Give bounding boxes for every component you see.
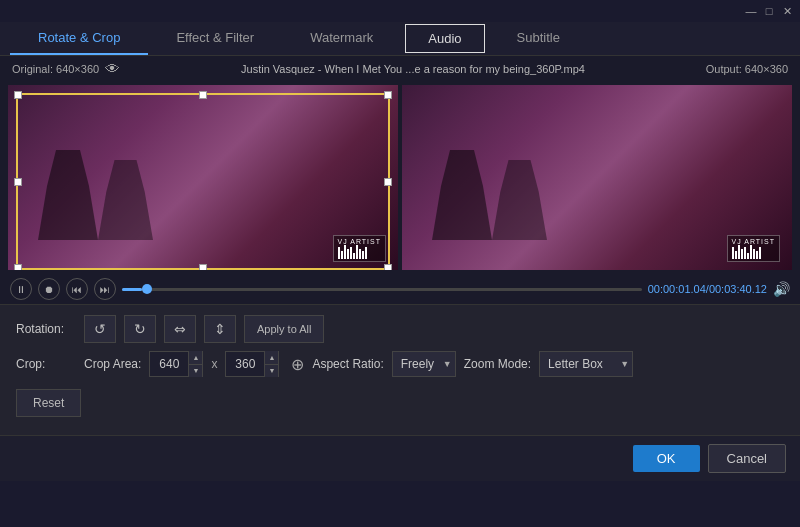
tabs-bar: Rotate & Crop Effect & Filter Watermark … bbox=[0, 22, 800, 56]
height-arrows: ▲ ▼ bbox=[264, 351, 278, 377]
volume-icon[interactable]: 🔊 bbox=[773, 281, 790, 297]
rotate-ccw-button[interactable]: ↺ bbox=[84, 315, 116, 343]
timeline-track[interactable] bbox=[122, 288, 642, 291]
reset-button[interactable]: Reset bbox=[16, 389, 81, 417]
crop-label: Crop: bbox=[16, 357, 76, 371]
width-arrows: ▲ ▼ bbox=[188, 351, 202, 377]
height-down-arrow[interactable]: ▼ bbox=[264, 365, 278, 378]
next-frame-button[interactable]: ⏭ bbox=[94, 278, 116, 300]
crop-row: Crop: Crop Area: ▲ ▼ x ▲ ▼ ⊕ Aspect Rati… bbox=[16, 351, 784, 377]
crop-handle-mr[interactable] bbox=[384, 178, 392, 186]
crop-handle-tc[interactable] bbox=[199, 91, 207, 99]
apply-all-button[interactable]: Apply to All bbox=[244, 315, 324, 343]
crop-handle-bl[interactable] bbox=[14, 264, 22, 270]
x-separator: x bbox=[211, 357, 217, 371]
aspect-ratio-select-wrap: Freely 16:9 4:3 1:1 9:16 ▼ bbox=[392, 351, 456, 377]
video-panel-left: VJ ARTIST bbox=[8, 85, 398, 270]
tab-watermark[interactable]: Watermark bbox=[282, 22, 401, 55]
playback-bar: ⏸ ⏺ ⏮ ⏭ 00:00:01.04/00:03:40.12 🔊 bbox=[0, 274, 800, 304]
ok-button[interactable]: OK bbox=[633, 445, 700, 472]
timeline-thumb[interactable] bbox=[142, 284, 152, 294]
original-label: Original: 640×360 bbox=[12, 63, 99, 75]
aspect-ratio-label: Aspect Ratio: bbox=[312, 357, 383, 371]
crop-height-input[interactable] bbox=[226, 352, 264, 376]
timeline-progress bbox=[122, 288, 142, 291]
rotation-label: Rotation: bbox=[16, 322, 76, 336]
video-thumb-right: VJ ARTIST bbox=[402, 85, 792, 270]
flip-h-button[interactable]: ⇔ bbox=[164, 315, 196, 343]
crop-handle-ml[interactable] bbox=[14, 178, 22, 186]
prev-frame-button[interactable]: ⏮ bbox=[66, 278, 88, 300]
crop-link-icon[interactable]: ⊕ bbox=[291, 355, 304, 374]
minimize-button[interactable]: — bbox=[744, 4, 758, 18]
rotation-row: Rotation: ↺ ↻ ⇔ ⇕ Apply to All bbox=[16, 315, 784, 343]
bottom-bar: OK Cancel bbox=[0, 435, 800, 481]
time-display: 00:00:01.04/00:03:40.12 bbox=[648, 283, 767, 295]
reset-row: Reset bbox=[16, 385, 784, 417]
current-time: 00:00:01.04 bbox=[648, 283, 706, 295]
info-left: Original: 640×360 👁 bbox=[12, 60, 120, 77]
video-panel-right: VJ ARTIST bbox=[402, 85, 792, 270]
crop-handle-tr[interactable] bbox=[384, 91, 392, 99]
height-up-arrow[interactable]: ▲ bbox=[264, 351, 278, 365]
tab-audio[interactable]: Audio bbox=[405, 24, 484, 53]
barcode-left: VJ ARTIST bbox=[333, 235, 387, 262]
title-bar: — □ ✕ bbox=[0, 0, 800, 22]
stop-button[interactable]: ⏺ bbox=[38, 278, 60, 300]
cancel-button[interactable]: Cancel bbox=[708, 444, 786, 473]
height-input-wrap: ▲ ▼ bbox=[225, 351, 279, 377]
width-input-wrap: ▲ ▼ bbox=[149, 351, 203, 377]
crop-width-input[interactable] bbox=[150, 352, 188, 376]
tab-rotate-crop[interactable]: Rotate & Crop bbox=[10, 22, 148, 55]
zoom-mode-select-wrap: Letter Box Pan & Scan Full ▼ bbox=[539, 351, 633, 377]
barcode-right: VJ ARTIST bbox=[727, 235, 781, 262]
zoom-mode-label: Zoom Mode: bbox=[464, 357, 531, 371]
crop-handle-bc[interactable] bbox=[199, 264, 207, 270]
crop-area-label: Crop Area: bbox=[84, 357, 141, 371]
zoom-mode-select[interactable]: Letter Box Pan & Scan Full bbox=[539, 351, 633, 377]
width-down-arrow[interactable]: ▼ bbox=[188, 365, 202, 378]
tab-subtitle[interactable]: Subtitle bbox=[489, 22, 588, 55]
info-bar: Original: 640×360 👁 Justin Vasquez - Whe… bbox=[0, 56, 800, 81]
video-thumb-left: VJ ARTIST bbox=[8, 85, 398, 270]
play-pause-button[interactable]: ⏸ bbox=[10, 278, 32, 300]
close-button[interactable]: ✕ bbox=[780, 4, 794, 18]
total-time: 00:03:40.12 bbox=[709, 283, 767, 295]
crop-handle-tl[interactable] bbox=[14, 91, 22, 99]
crop-handle-br[interactable] bbox=[384, 264, 392, 270]
visibility-icon[interactable]: 👁 bbox=[105, 60, 120, 77]
width-up-arrow[interactable]: ▲ bbox=[188, 351, 202, 365]
barcode-bars-right bbox=[732, 245, 776, 259]
rotate-cw-button[interactable]: ↻ bbox=[124, 315, 156, 343]
output-label: Output: 640×360 bbox=[706, 63, 788, 75]
video-panels: VJ ARTIST VJ ARTIST bbox=[0, 81, 800, 274]
flip-v-button[interactable]: ⇕ bbox=[204, 315, 236, 343]
maximize-button[interactable]: □ bbox=[762, 4, 776, 18]
barcode-bars-left bbox=[338, 245, 382, 259]
tab-effect-filter[interactable]: Effect & Filter bbox=[148, 22, 282, 55]
filename-label: Justin Vasquez - When I Met You ...e a r… bbox=[241, 63, 585, 75]
aspect-ratio-select[interactable]: Freely 16:9 4:3 1:1 9:16 bbox=[392, 351, 456, 377]
controls-area: Rotation: ↺ ↻ ⇔ ⇕ Apply to All Crop: Cro… bbox=[0, 304, 800, 435]
